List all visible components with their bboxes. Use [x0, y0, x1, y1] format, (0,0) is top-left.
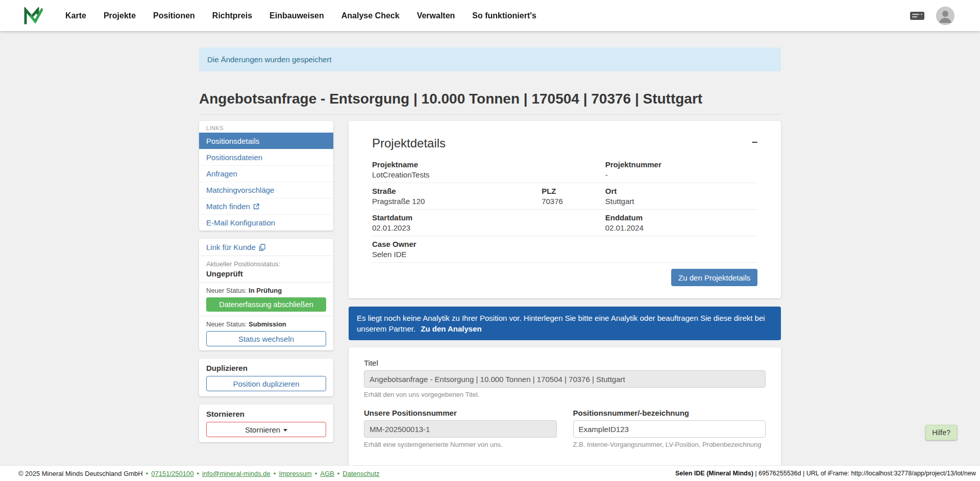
complete-data-entry-button[interactable]: Datenerfassung abschließen [206, 297, 326, 312]
footer-impressum-link[interactable]: Impressum [279, 470, 311, 477]
footer-separator: • [274, 470, 276, 477]
cancel-button-label: Stornieren [245, 425, 280, 434]
nav-item-verwalten[interactable]: Verwalten [417, 11, 455, 20]
saved-alert: Die Änderungen wurden gespeichert [199, 47, 781, 71]
field-value: Pragstraße 120 [372, 197, 542, 206]
customer-link-label: Link für Kunde [206, 243, 256, 251]
project-details-grid: Projektname LotCreationTests Projektnumm… [372, 157, 757, 263]
footer-left: © 2025 Mineral Minds Deutschland GmbH • … [18, 470, 380, 477]
project-row-address: Straße Pragstraße 120 PLZ 70376 Ort Stut… [372, 183, 757, 210]
field-value: Selen IDE [372, 250, 605, 259]
field-label: Case Owner [372, 240, 605, 248]
analytics-banner: Es liegt noch keine Analytik zu Ihrer Po… [349, 307, 781, 340]
sidebar-item-email-konfiguration[interactable]: E-Mail Konfiguration [199, 214, 333, 231]
analytics-banner-text: Es liegt noch keine Analytik zu Ihrer Po… [357, 314, 765, 333]
position-number-help-text: Erhält eine systemgenerierte Nummer von … [364, 441, 557, 448]
footer-session-info: Selen IDE (Mineral Minds) | 69576255536d… [675, 470, 976, 477]
help-button[interactable]: Hilfe? [925, 425, 957, 440]
mineral-minds-logo-icon [23, 7, 43, 24]
sidebar-item-label: Matchingvorschläge [206, 186, 274, 194]
nav-item-positionen[interactable]: Positionen [153, 11, 195, 20]
top-navbar: Karte Projekte Positionen Richtpreis Ein… [0, 0, 980, 31]
server-icon[interactable] [910, 10, 925, 21]
cancel-card: Stornieren Stornieren [199, 404, 333, 442]
user-avatar[interactable] [936, 7, 954, 25]
copy-icon [259, 244, 265, 251]
title-input [364, 370, 766, 388]
status-card: Link für Kunde Aktueller Positionsstatus… [199, 239, 333, 350]
go-to-analyses-link[interactable]: Zu den Analysen [421, 324, 481, 333]
nav-item-projekte[interactable]: Projekte [104, 11, 136, 20]
field-value: 02.01.2024 [605, 223, 757, 232]
footer-separator: • [315, 470, 317, 477]
nav-item-analyse-check[interactable]: Analyse Check [341, 11, 400, 20]
position-number-label: Unsere Positionsnummer [364, 409, 557, 417]
footer-datenschutz-link[interactable]: Datenschutz [342, 470, 379, 477]
sidebar-item-label: Positionsdetails [206, 137, 259, 145]
footer-phone-link[interactable]: 07151/250100 [151, 470, 193, 477]
sidebar-item-match-finden[interactable]: Match finden [199, 198, 333, 214]
project-details-title: Projektdetails [372, 136, 446, 150]
page-body: Die Änderungen wurden gespeichert Angebo… [0, 0, 980, 477]
position-number-input [364, 420, 557, 438]
footer-separator: • [337, 470, 340, 477]
page-title: Angebotsanfrage - Entsorgung | 10.000 To… [199, 91, 781, 115]
brand-logo[interactable] [23, 7, 43, 24]
field-label: Startdatum [372, 213, 605, 222]
nav-menu: Karte Projekte Positionen Richtpreis Ein… [65, 11, 910, 20]
footer-agb-link[interactable]: AGB [320, 470, 334, 477]
field-label: Projektname [372, 160, 605, 169]
project-row-owner: Case Owner Selen IDE [372, 236, 757, 263]
sidebar-item-positionsdetails[interactable]: Positionsdetails [199, 133, 333, 149]
field-label: Ort [605, 187, 757, 195]
cancel-title: Stornieren [206, 410, 326, 418]
nav-item-karte[interactable]: Karte [65, 11, 86, 20]
go-to-project-details-button[interactable]: Zu den Projektdetails [671, 269, 757, 286]
project-row-dates: Startdatum 02.01.2023 Enddatum 02.01.202… [372, 210, 757, 236]
links-card: LINKS Positionsdetails Positionsdateien … [199, 121, 333, 231]
position-designation-label: Positionsnummer/-bezeichnung [573, 409, 766, 417]
duplicate-title: Duplizieren [206, 364, 326, 372]
collapse-minus-icon[interactable]: – [752, 136, 757, 146]
sidebar-item-label: E-Mail Konfiguration [206, 218, 275, 227]
saved-alert-text: Die Änderungen wurden gespeichert [207, 55, 332, 64]
field-label: Projektnummer [605, 160, 757, 169]
user-avatar-icon [936, 7, 954, 25]
title-field-label: Titel [364, 359, 766, 367]
current-status-label: Aktueller Positionsstatus: [206, 260, 326, 268]
sidebar-item-label: Anfragen [206, 169, 237, 178]
switch-status-button[interactable]: Status wechseln [206, 331, 326, 346]
footer-separator: • [197, 470, 199, 477]
sidebar-item-anfragen[interactable]: Anfragen [199, 165, 333, 182]
main-content: Projektdetails – Projektname LotCreation… [349, 121, 781, 477]
field-value: 02.01.2023 [372, 223, 605, 232]
duplicate-card: Duplizieren Position duplizieren [199, 359, 333, 396]
nav-item-richtpreis[interactable]: Richtpreis [212, 11, 252, 20]
nav-item-so-funktionierts[interactable]: So funktioniert's [472, 11, 536, 20]
field-value: - [605, 170, 757, 179]
sidebar-item-positionsdateien[interactable]: Positionsdateien [199, 149, 333, 165]
sidebar-item-label: Positionsdateien [206, 153, 262, 162]
project-details-card: Projektdetails – Projektname LotCreation… [349, 121, 781, 298]
customer-link[interactable]: Link für Kunde [206, 243, 265, 251]
nav-item-einbauweisen[interactable]: Einbauweisen [270, 11, 324, 20]
cancel-dropdown-button[interactable]: Stornieren [206, 422, 326, 437]
field-label: PLZ [542, 187, 605, 195]
footer-copyright: © 2025 Mineral Minds Deutschland GmbH [18, 470, 143, 477]
position-form-card: Titel Erhält den von uns vorgegebenen Ti… [349, 347, 781, 469]
field-value: LotCreationTests [372, 170, 605, 179]
next-status-1: Neuer Status: In Prüfung [206, 287, 326, 295]
footer-user: Selen IDE (Mineral Minds) [675, 470, 753, 477]
next-status-2: Neuer Status: Submission [206, 320, 326, 328]
field-value: 70376 [542, 197, 605, 206]
footer-email-link[interactable]: info@mineral-minds.de [202, 470, 271, 477]
external-link-icon [253, 204, 259, 210]
sidebar-item-label: Match finden [206, 202, 250, 211]
current-status-value: Ungeprüft [206, 269, 326, 278]
duplicate-position-button[interactable]: Position duplizieren [206, 376, 326, 391]
position-designation-input[interactable] [573, 420, 766, 438]
field-label: Enddatum [605, 213, 757, 222]
title-help-text: Erhält den von uns vorgegebenen Titel. [364, 391, 766, 398]
sidebar: LINKS Positionsdetails Positionsdateien … [199, 121, 333, 450]
sidebar-item-matchingvorschlaege[interactable]: Matchingvorschläge [199, 182, 333, 198]
